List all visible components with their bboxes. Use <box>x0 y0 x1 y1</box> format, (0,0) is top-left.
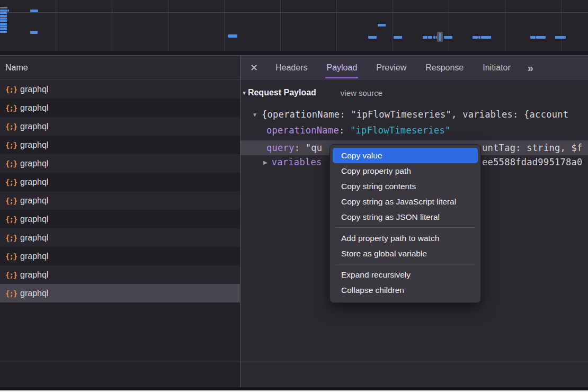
tree-row-query-clipped-text: untTag: string, $f <box>482 140 583 155</box>
network-activity-bar <box>0 28 7 30</box>
network-activity-bar <box>0 23 7 25</box>
timeline-selection-marker[interactable] <box>437 32 443 42</box>
close-icon[interactable]: ✕ <box>250 62 266 74</box>
menu-item-copy-string-as-json-literal[interactable]: Copy string as JSON literal <box>333 209 478 225</box>
tree-row-root[interactable]: ▼ {operationName: "ipFlowTimeseries", va… <box>252 107 568 122</box>
request-name-label: graphql <box>20 196 48 206</box>
json-braces-icon: {;} <box>5 215 20 224</box>
timeline-selection-marker-bar <box>439 33 441 41</box>
key-value-separator: : <box>339 125 350 136</box>
network-request-row[interactable]: {;}graphql <box>0 247 240 265</box>
view-source-link[interactable]: view source <box>341 88 382 97</box>
tab-preview[interactable]: Preview <box>376 56 406 80</box>
network-activity-bar <box>473 36 478 39</box>
summary-bar-left <box>0 361 240 387</box>
network-request-row[interactable]: {;}graphql <box>0 99 240 117</box>
menu-divider <box>335 264 475 264</box>
network-activity-bar <box>536 36 546 39</box>
detail-tab-bar: ✕ HeadersPayloadPreviewResponseInitiator… <box>240 56 588 80</box>
json-braces-icon: {;} <box>5 159 20 168</box>
network-overview-timeline[interactable] <box>0 0 588 55</box>
overview-gridline <box>0 12 588 13</box>
property-value-start: "qu <box>306 142 323 153</box>
json-braces-icon: {;} <box>5 122 20 131</box>
request-payload-section[interactable]: ▼ Request Payload view source <box>242 88 382 97</box>
network-activity-bar <box>481 36 491 39</box>
network-activity-bar <box>478 36 480 39</box>
property-key: operationName <box>266 125 339 136</box>
network-activity-bar <box>0 31 7 33</box>
tree-row-operation-name[interactable]: operationName: "ipFlowTimeseries" <box>266 123 451 138</box>
object-summary-text: {operationName: "ipFlowTimeseries", vari… <box>262 109 568 120</box>
network-activity-bar <box>394 36 402 39</box>
request-list: {;}graphql{;}graphql{;}graphql{;}graphql… <box>0 80 240 302</box>
network-activity-bar <box>433 36 435 39</box>
json-braces-icon: {;} <box>5 234 20 242</box>
tree-row-query[interactable]: query: "qu <box>266 140 322 155</box>
request-name-label: graphql <box>20 85 48 94</box>
json-braces-icon: {;} <box>5 85 20 94</box>
chevron-right-icon[interactable]: ▶ <box>263 159 268 165</box>
network-request-row[interactable]: {;}graphql <box>0 80 240 99</box>
network-activity-bar <box>30 31 38 34</box>
network-request-row[interactable]: {;}graphql <box>0 136 240 154</box>
network-activity-bar <box>0 10 7 12</box>
column-header-name-label: Name <box>5 63 28 73</box>
network-request-row[interactable]: {;}graphql <box>0 154 240 173</box>
network-request-row[interactable]: {;}graphql <box>0 173 240 191</box>
column-header-name[interactable]: Name <box>0 56 240 80</box>
menu-divider <box>335 227 475 228</box>
json-braces-icon: {;} <box>5 178 20 186</box>
menu-item-expand-recursively[interactable]: Expand recursively <box>333 267 478 282</box>
json-braces-icon: {;} <box>5 197 20 205</box>
more-tabs-icon[interactable]: » <box>528 62 532 74</box>
network-request-row[interactable]: {;}graphql <box>0 117 240 136</box>
network-activity-bar <box>444 36 452 39</box>
tab-headers[interactable]: Headers <box>275 56 307 80</box>
request-name-label: graphql <box>20 289 48 298</box>
network-activity-bar <box>423 36 427 39</box>
tab-payload[interactable]: Payload <box>326 56 357 80</box>
network-request-row[interactable]: {;}graphql <box>0 191 240 210</box>
overview-bottom-band <box>0 51 588 55</box>
menu-item-copy-property-path[interactable]: Copy property path <box>333 163 478 179</box>
network-request-row[interactable]: {;}graphql <box>0 228 240 247</box>
json-braces-icon: {;} <box>5 289 20 298</box>
detail-tabs: HeadersPayloadPreviewResponseInitiator <box>266 56 520 80</box>
network-activity-bar <box>0 25 7 28</box>
menu-item-copy-string-as-javascript-literal[interactable]: Copy string as JavaScript literal <box>333 194 478 209</box>
tree-row-variables-clipped-text: ee5588fdad995178a0 <box>482 155 583 170</box>
network-activity-bar <box>0 20 7 22</box>
network-activity-bar <box>228 34 237 38</box>
network-activity-bar <box>30 10 38 12</box>
network-activity-bar <box>368 36 377 39</box>
network-activity-bar <box>7 10 9 12</box>
menu-item-copy-string-contents[interactable]: Copy string contents <box>333 179 478 194</box>
section-title: Request Payload <box>248 88 316 97</box>
menu-item-store-as-global-variable[interactable]: Store as global variable <box>333 246 478 261</box>
menu-item-collapse-children[interactable]: Collapse children <box>333 282 478 298</box>
property-value-string: "ipFlowTimeseries" <box>350 125 451 136</box>
request-name-label: graphql <box>20 252 48 261</box>
network-request-row[interactable]: {;}graphql <box>0 265 240 284</box>
network-activity-bar <box>0 15 7 17</box>
request-name-label: graphql <box>20 103 48 113</box>
request-name-label: graphql <box>20 270 48 280</box>
section-collapse-icon[interactable]: ▼ <box>242 90 247 96</box>
request-name-label: graphql <box>20 159 48 168</box>
request-name-label: graphql <box>20 177 48 187</box>
chevron-down-icon[interactable]: ▼ <box>252 112 257 118</box>
network-request-row[interactable]: {;}graphql <box>0 210 240 228</box>
tree-row-variables[interactable]: ▶ variables <box>263 155 322 170</box>
menu-item-add-property-path-to-watch[interactable]: Add property path to watch <box>333 230 478 246</box>
network-request-row[interactable]: {;}graphql <box>0 284 240 302</box>
panel-divider-vertical[interactable] <box>240 56 240 387</box>
property-key: variables <box>272 157 322 167</box>
tab-response[interactable]: Response <box>425 56 464 80</box>
key-value-separator: : <box>295 142 306 153</box>
network-activity-bar <box>378 24 386 26</box>
json-braces-icon: {;} <box>5 252 20 261</box>
tab-initiator[interactable]: Initiator <box>483 56 510 80</box>
menu-item-copy-value[interactable]: Copy value <box>333 148 478 163</box>
network-activity-bar <box>555 36 566 39</box>
